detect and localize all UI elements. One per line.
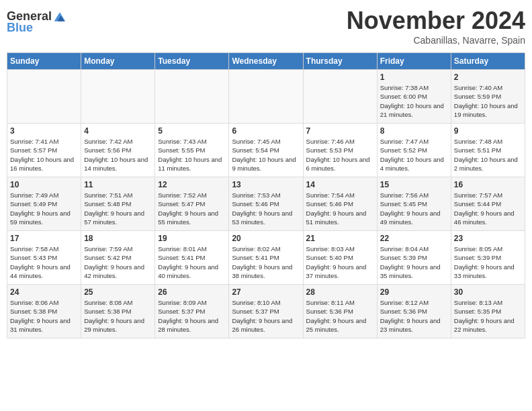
week-row: 17Sunrise: 7:58 AM Sunset: 5:43 PM Dayli…: [7, 231, 525, 285]
month-title: November 2024: [347, 7, 525, 35]
day-number: 24: [10, 287, 78, 297]
calendar-cell: 8Sunrise: 7:47 AM Sunset: 5:52 PM Daylig…: [377, 124, 451, 177]
day-number: 29: [380, 287, 448, 297]
weekday-header: Monday: [81, 53, 155, 70]
calendar-cell: [303, 70, 377, 124]
week-row: 1Sunrise: 7:38 AM Sunset: 6:00 PM Daylig…: [7, 70, 525, 124]
week-row: 24Sunrise: 8:06 AM Sunset: 5:38 PM Dayli…: [7, 285, 525, 338]
calendar-cell: 4Sunrise: 7:42 AM Sunset: 5:56 PM Daylig…: [81, 124, 155, 177]
day-info: Sunrise: 8:12 AM Sunset: 5:36 PM Dayligh…: [380, 298, 448, 334]
day-number: 27: [232, 287, 300, 297]
day-info: Sunrise: 7:42 AM Sunset: 5:56 PM Dayligh…: [84, 137, 152, 173]
day-info: Sunrise: 8:02 AM Sunset: 5:41 PM Dayligh…: [232, 244, 300, 280]
calendar-cell: 3Sunrise: 7:41 AM Sunset: 5:57 PM Daylig…: [7, 124, 81, 177]
day-number: 25: [84, 287, 152, 297]
day-number: 7: [306, 126, 374, 136]
calendar-cell: 25Sunrise: 8:08 AM Sunset: 5:38 PM Dayli…: [81, 285, 155, 338]
calendar-cell: 29Sunrise: 8:12 AM Sunset: 5:36 PM Dayli…: [377, 285, 451, 338]
day-info: Sunrise: 7:58 AM Sunset: 5:43 PM Dayligh…: [10, 244, 78, 280]
logo: General Blue: [7, 10, 66, 35]
calendar-cell: 27Sunrise: 8:10 AM Sunset: 5:37 PM Dayli…: [229, 285, 303, 338]
title-block: November 2024 Cabanillas, Navarre, Spain: [347, 7, 525, 46]
calendar-cell: [81, 70, 155, 124]
day-info: Sunrise: 7:38 AM Sunset: 6:00 PM Dayligh…: [380, 83, 448, 119]
calendar-cell: [155, 70, 229, 124]
day-number: 5: [158, 126, 226, 136]
day-number: 23: [454, 234, 522, 243]
day-info: Sunrise: 7:52 AM Sunset: 5:47 PM Dayligh…: [158, 191, 226, 226]
day-number: 6: [232, 126, 300, 136]
calendar-cell: 7Sunrise: 7:46 AM Sunset: 5:53 PM Daylig…: [303, 124, 377, 177]
calendar-cell: 28Sunrise: 8:11 AM Sunset: 5:36 PM Dayli…: [303, 285, 377, 338]
day-number: 19: [158, 234, 226, 243]
day-number: 9: [454, 126, 522, 136]
day-number: 15: [380, 180, 448, 189]
calendar-cell: 22Sunrise: 8:04 AM Sunset: 5:39 PM Dayli…: [377, 231, 451, 285]
logo-icon: [53, 10, 66, 24]
day-info: Sunrise: 7:56 AM Sunset: 5:45 PM Dayligh…: [380, 191, 448, 226]
weekday-header: Sunday: [7, 53, 81, 70]
calendar-cell: 1Sunrise: 7:38 AM Sunset: 6:00 PM Daylig…: [377, 70, 451, 124]
day-info: Sunrise: 7:51 AM Sunset: 5:48 PM Dayligh…: [84, 191, 152, 226]
weekday-header: Thursday: [303, 53, 377, 70]
day-number: 2: [454, 73, 522, 82]
day-number: 30: [454, 287, 522, 297]
day-number: 13: [232, 180, 300, 189]
day-info: Sunrise: 7:53 AM Sunset: 5:46 PM Dayligh…: [232, 191, 300, 226]
calendar-cell: 2Sunrise: 7:40 AM Sunset: 5:59 PM Daylig…: [451, 70, 525, 124]
day-info: Sunrise: 8:09 AM Sunset: 5:37 PM Dayligh…: [158, 298, 226, 334]
day-number: 8: [380, 126, 448, 136]
day-info: Sunrise: 7:57 AM Sunset: 5:44 PM Dayligh…: [454, 191, 522, 226]
day-info: Sunrise: 7:41 AM Sunset: 5:57 PM Dayligh…: [10, 137, 78, 173]
calendar-cell: 24Sunrise: 8:06 AM Sunset: 5:38 PM Dayli…: [7, 285, 81, 338]
day-number: 20: [232, 234, 300, 243]
day-number: 28: [306, 287, 374, 297]
calendar-cell: 13Sunrise: 7:53 AM Sunset: 5:46 PM Dayli…: [229, 177, 303, 231]
day-info: Sunrise: 7:46 AM Sunset: 5:53 PM Dayligh…: [306, 137, 374, 173]
calendar-cell: 9Sunrise: 7:48 AM Sunset: 5:51 PM Daylig…: [451, 124, 525, 177]
week-row: 10Sunrise: 7:49 AM Sunset: 5:49 PM Dayli…: [7, 177, 525, 231]
day-info: Sunrise: 7:49 AM Sunset: 5:49 PM Dayligh…: [10, 191, 78, 226]
calendar-cell: 19Sunrise: 8:01 AM Sunset: 5:41 PM Dayli…: [155, 231, 229, 285]
day-info: Sunrise: 7:48 AM Sunset: 5:51 PM Dayligh…: [454, 137, 522, 173]
day-info: Sunrise: 7:45 AM Sunset: 5:54 PM Dayligh…: [232, 137, 300, 173]
day-number: 11: [84, 180, 152, 189]
day-number: 18: [84, 234, 152, 243]
calendar-cell: 30Sunrise: 8:13 AM Sunset: 5:35 PM Dayli…: [451, 285, 525, 338]
day-info: Sunrise: 8:04 AM Sunset: 5:39 PM Dayligh…: [380, 244, 448, 280]
calendar-cell: [7, 70, 81, 124]
location: Cabanillas, Navarre, Spain: [347, 35, 525, 46]
day-info: Sunrise: 7:54 AM Sunset: 5:46 PM Dayligh…: [306, 191, 374, 226]
day-info: Sunrise: 8:10 AM Sunset: 5:37 PM Dayligh…: [232, 298, 300, 334]
calendar-cell: 5Sunrise: 7:43 AM Sunset: 5:55 PM Daylig…: [155, 124, 229, 177]
day-number: 3: [10, 126, 78, 136]
page-header: General Blue November 2024 Cabanillas, N…: [7, 7, 525, 46]
calendar-cell: 11Sunrise: 7:51 AM Sunset: 5:48 PM Dayli…: [81, 177, 155, 231]
day-info: Sunrise: 7:43 AM Sunset: 5:55 PM Dayligh…: [158, 137, 226, 173]
day-info: Sunrise: 8:08 AM Sunset: 5:38 PM Dayligh…: [84, 298, 152, 334]
day-number: 16: [454, 180, 522, 189]
day-info: Sunrise: 8:11 AM Sunset: 5:36 PM Dayligh…: [306, 298, 374, 334]
calendar-cell: 26Sunrise: 8:09 AM Sunset: 5:37 PM Dayli…: [155, 285, 229, 338]
calendar-cell: [229, 70, 303, 124]
weekday-header: Wednesday: [229, 53, 303, 70]
day-info: Sunrise: 8:06 AM Sunset: 5:38 PM Dayligh…: [10, 298, 78, 334]
calendar-cell: 23Sunrise: 8:05 AM Sunset: 5:39 PM Dayli…: [451, 231, 525, 285]
day-info: Sunrise: 8:03 AM Sunset: 5:40 PM Dayligh…: [306, 244, 374, 280]
week-row: 3Sunrise: 7:41 AM Sunset: 5:57 PM Daylig…: [7, 124, 525, 177]
day-number: 26: [158, 287, 226, 297]
day-number: 22: [380, 234, 448, 243]
day-info: Sunrise: 8:13 AM Sunset: 5:35 PM Dayligh…: [454, 298, 522, 334]
day-number: 17: [10, 234, 78, 243]
weekday-header: Saturday: [451, 53, 525, 70]
day-info: Sunrise: 7:59 AM Sunset: 5:42 PM Dayligh…: [84, 244, 152, 280]
calendar-cell: 15Sunrise: 7:56 AM Sunset: 5:45 PM Dayli…: [377, 177, 451, 231]
day-number: 12: [158, 180, 226, 189]
calendar-cell: 10Sunrise: 7:49 AM Sunset: 5:49 PM Dayli…: [7, 177, 81, 231]
calendar-cell: 17Sunrise: 7:58 AM Sunset: 5:43 PM Dayli…: [7, 231, 81, 285]
day-info: Sunrise: 8:01 AM Sunset: 5:41 PM Dayligh…: [158, 244, 226, 280]
calendar-cell: 12Sunrise: 7:52 AM Sunset: 5:47 PM Dayli…: [155, 177, 229, 231]
day-number: 14: [306, 180, 374, 189]
day-number: 21: [306, 234, 374, 243]
calendar-cell: 20Sunrise: 8:02 AM Sunset: 5:41 PM Dayli…: [229, 231, 303, 285]
